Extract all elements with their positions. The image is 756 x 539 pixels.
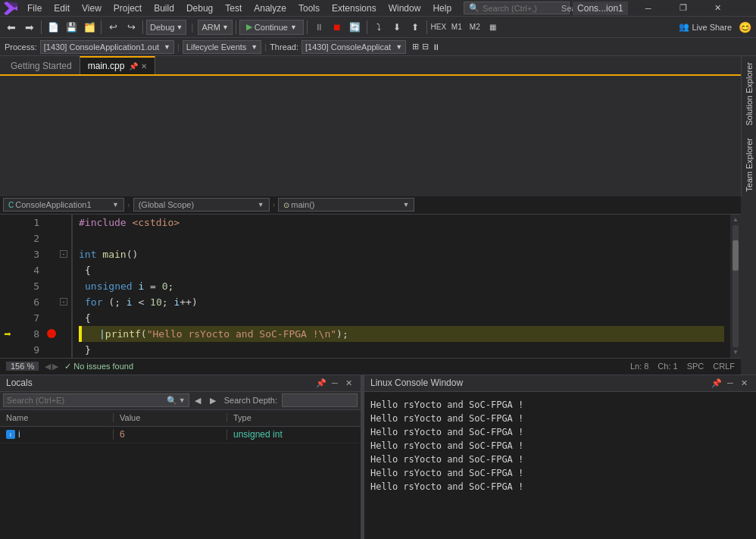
menu-file[interactable]: File — [21, 2, 48, 15]
menu-help[interactable]: Help — [426, 2, 458, 15]
locals-close-button[interactable]: ✕ — [342, 377, 355, 389]
vertical-scrollbar[interactable]: ▲ ▼ — [730, 215, 741, 358]
console-minimize-button[interactable]: ─ — [724, 377, 736, 389]
feedback-button[interactable]: 😊 — [736, 19, 753, 36]
scroll-down-button[interactable]: ▼ — [730, 347, 741, 358]
code-lines[interactable]: #include <cstdio> int main () { unsigned — [73, 215, 730, 358]
filter2-icon[interactable]: ⊟ — [422, 42, 429, 52]
step-over-button[interactable]: ⤵ — [370, 19, 387, 36]
menu-debug[interactable]: Debug — [180, 2, 219, 15]
menu-tools[interactable]: Tools — [292, 2, 326, 15]
platform-dropdown[interactable]: ARM ▼ — [198, 20, 232, 35]
search-back-button[interactable]: ◀ — [191, 393, 205, 407]
process-dropdown[interactable]: [1430] ConsoleApplication1.out ▼ — [40, 40, 174, 54]
locals-pin-button[interactable]: 📌 — [315, 377, 327, 389]
fold-3-icon[interactable]: - — [60, 250, 67, 258]
team-explorer-tab[interactable]: Team Explorer — [743, 133, 755, 196]
tab-close-button[interactable]: ✕ — [141, 62, 147, 71]
step-into-button[interactable]: ⬇ — [389, 19, 405, 36]
app-logo — [3, 1, 18, 16]
menu-view[interactable]: View — [76, 2, 108, 15]
code-line-7: { — [79, 310, 724, 326]
for-semi1: ; — [114, 294, 127, 310]
arrow-gutter: ➡ — [0, 215, 15, 358]
pause-button[interactable]: ⏸ — [311, 19, 327, 36]
forward-button[interactable]: ➡ — [21, 19, 38, 36]
global-scope-dropdown[interactable]: (Global Scope) ▼ — [133, 198, 270, 212]
zoom-level[interactable]: 156 % — [6, 362, 39, 371]
menu-edit[interactable]: Edit — [48, 2, 76, 15]
menu-project[interactable]: Project — [108, 2, 148, 15]
col-number: Ch: 1 — [658, 362, 677, 371]
new-file-button[interactable]: 📄 — [45, 19, 61, 36]
locals-minimize-button[interactable]: ─ — [329, 377, 341, 389]
live-share-button[interactable]: 👥 Live Share — [679, 22, 732, 32]
console-line-5: Hello rsYocto and SoC-FPGA ! — [370, 453, 750, 466]
close-button[interactable]: ✕ — [701, 0, 736, 17]
scroll-up-button[interactable]: ▲ — [730, 215, 741, 225]
pause-thread-icon[interactable]: ⏸ — [432, 42, 440, 52]
lifecycle-dropdown[interactable]: Lifecycle Events ▼ — [183, 40, 261, 54]
scope-dropdown[interactable]: C ConsoleApplication1 ▼ — [3, 198, 124, 212]
debug-mode-dropdown[interactable]: Debug ▼ — [146, 20, 186, 35]
menu-extensions[interactable]: Extensions — [326, 2, 383, 15]
mem2-button[interactable]: M2 — [467, 19, 483, 36]
continue-button[interactable]: ▶ Continue ▼ — [239, 20, 304, 35]
scroll-right-icon[interactable]: ▶ — [52, 362, 58, 371]
include-path: <cstdio> — [132, 215, 180, 230]
step-out-button[interactable]: ⬆ — [407, 19, 423, 36]
search-icon: 🔍 — [469, 3, 480, 13]
menu-search-input[interactable] — [483, 4, 558, 13]
function-dropdown[interactable]: ⊙ main() ▼ — [278, 198, 414, 212]
diag-button[interactable]: ▦ — [485, 19, 501, 36]
redo-button[interactable]: ↪ — [123, 19, 139, 36]
menu-items: File Edit View Project Build Debug Test … — [21, 2, 458, 15]
scroll-track[interactable] — [733, 225, 739, 347]
fold-6[interactable]: - — [58, 294, 70, 310]
menu-window[interactable]: Window — [383, 2, 427, 15]
line-num-5: 5 — [21, 278, 39, 294]
console-close-button[interactable]: ✕ — [738, 377, 750, 389]
console-pin-button[interactable]: 📌 — [711, 377, 723, 389]
scroll-thumb[interactable] — [733, 240, 739, 271]
fold-3[interactable]: - — [58, 246, 70, 262]
hex-button[interactable]: HEX — [430, 19, 447, 36]
bp-5 — [45, 278, 58, 294]
scroll-left-icon[interactable]: ◀ — [45, 362, 51, 371]
menu-test[interactable]: Test — [219, 2, 248, 15]
search-dropdown-icon[interactable]: ▼ — [179, 396, 186, 404]
console-line-4: Hello rsYocto and SoC-FPGA ! — [370, 439, 750, 453]
scope-icon: C — [8, 201, 14, 209]
menu-analyze[interactable]: Analyze — [248, 2, 292, 15]
locals-panel-controls: 📌 ─ ✕ — [315, 377, 355, 389]
search-depth-input[interactable] — [282, 393, 358, 407]
solution-explorer-tab[interactable]: Solution Explorer — [743, 58, 755, 130]
locals-search-input[interactable] — [7, 396, 165, 405]
minimize-button[interactable]: ─ — [631, 0, 666, 17]
filter-icon[interactable]: ⊞ — [412, 42, 419, 52]
line-num-6: 6 — [21, 294, 39, 310]
back-button[interactable]: ⬅ — [3, 19, 20, 36]
window-controls: ─ ❐ ✕ — [631, 0, 736, 17]
var-value-cell[interactable]: 6 — [114, 429, 227, 440]
tab-getting-started[interactable]: Getting Started — [3, 57, 80, 74]
mem1-button[interactable]: M1 — [448, 19, 465, 36]
line-numbers: 1 2 3 4 5 6 7 8 9 — [15, 215, 45, 358]
restart-button[interactable]: 🔄 — [347, 19, 364, 36]
tab-main-cpp[interactable]: main.cpp 📌 ✕ — [80, 56, 156, 74]
stop-button[interactable]: ⏹ — [329, 19, 345, 36]
undo-button[interactable]: ↩ — [105, 19, 121, 36]
thread-dropdown[interactable]: [1430] ConsoleApplicat ▼ — [301, 40, 406, 54]
restore-button[interactable]: ❐ — [666, 0, 701, 17]
search-forward-button[interactable]: ▶ — [206, 393, 220, 407]
code-line-5: unsigned i = 0 ; — [79, 278, 724, 294]
menu-build[interactable]: Build — [148, 2, 180, 15]
assign-op: = — [144, 278, 161, 294]
fold-6-icon[interactable]: - — [60, 298, 67, 306]
locals-search-box[interactable]: 🔍 ▼ — [3, 393, 189, 407]
line-num-2: 2 — [21, 230, 39, 246]
gutter-6 — [0, 294, 15, 310]
menu-search-box[interactable]: 🔍 Search — [464, 2, 570, 14]
save-button[interactable]: 💾 — [63, 19, 80, 36]
save-all-button[interactable]: 🗂️ — [81, 19, 98, 36]
